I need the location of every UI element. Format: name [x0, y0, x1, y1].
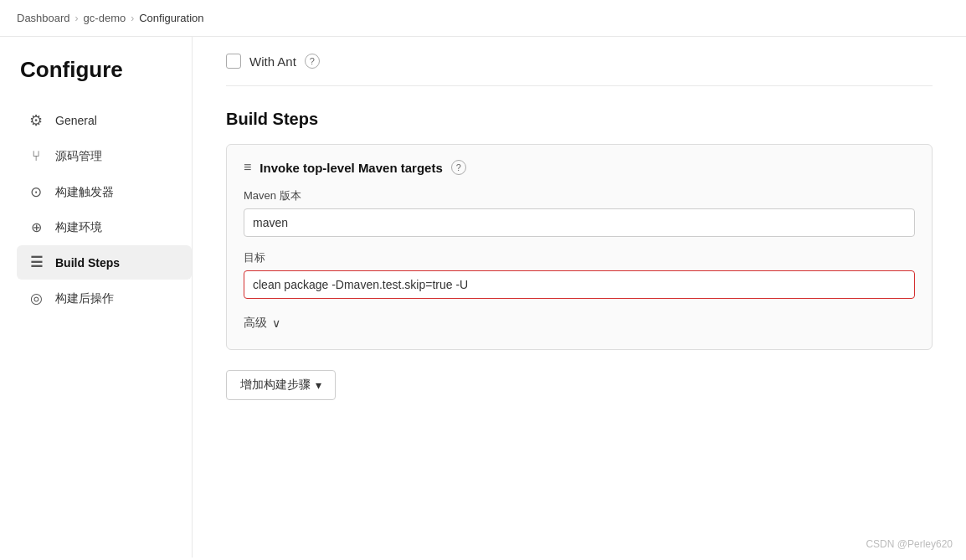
with-ant-label: With Ant [249, 54, 296, 69]
target-label: 目标 [244, 250, 915, 265]
target-input[interactable] [244, 270, 915, 299]
sidebar-item-build-steps[interactable]: ☰ Build Steps [17, 245, 192, 280]
sidebar-item-source[interactable]: ⑂ 源码管理 [17, 140, 192, 173]
sidebar-item-env[interactable]: ⊕ 构建环境 [17, 211, 192, 244]
build-steps-section: Build Steps ≡ Invoke top-level Maven tar… [226, 110, 933, 400]
sidebar: Configure ⚙ General ⑂ 源码管理 ⊙ 构建触发器 ⊕ 构建环… [0, 37, 193, 557]
watermark: CSDN @Perley620 [866, 538, 953, 550]
globe-icon: ⊕ [27, 219, 45, 235]
add-step-label: 增加构建步骤 [240, 378, 311, 393]
breadcrumb-sep-1: › [75, 13, 79, 24]
advanced-chevron-icon: ∨ [272, 316, 280, 330]
sidebar-item-label: 构建环境 [55, 220, 102, 235]
maven-version-input[interactable] [244, 208, 915, 237]
sidebar-item-post-build[interactable]: ◎ 构建后操作 [17, 281, 192, 316]
layout: Configure ⚙ General ⑂ 源码管理 ⊙ 构建触发器 ⊕ 构建环… [0, 37, 966, 557]
advanced-row[interactable]: 高级 ∨ [244, 312, 915, 334]
sidebar-item-general[interactable]: ⚙ General [17, 103, 192, 138]
add-step-chevron-icon: ▾ [316, 378, 321, 392]
with-ant-help[interactable]: ? [305, 54, 320, 69]
hamburger-icon: ≡ [244, 160, 251, 175]
step-card-title: Invoke top-level Maven targets [259, 161, 442, 175]
breadcrumb-sep-2: › [131, 13, 134, 24]
list-icon: ☰ [27, 254, 45, 271]
clock-icon: ⊙ [27, 183, 45, 201]
advanced-label: 高级 [244, 316, 267, 331]
breadcrumb-dashboard[interactable]: Dashboard [17, 12, 70, 24]
main-content: With Ant ? Build Steps ≡ Invoke top-leve… [193, 37, 966, 557]
sidebar-item-label: General [55, 114, 97, 127]
add-build-step-button[interactable]: 增加构建步骤 ▾ [226, 370, 336, 400]
breadcrumb: Dashboard › gc-demo › Configuration [0, 0, 966, 37]
gear-icon: ⚙ [27, 111, 45, 130]
breadcrumb-gc-demo[interactable]: gc-demo [84, 12, 126, 24]
step-card: ≡ Invoke top-level Maven targets ? Maven… [226, 144, 933, 350]
box-icon: ◎ [27, 290, 45, 307]
sidebar-item-label: 构建触发器 [55, 185, 114, 200]
sidebar-item-label: 源码管理 [55, 149, 102, 164]
build-steps-title: Build Steps [226, 110, 933, 129]
maven-version-label: Maven 版本 [244, 188, 915, 203]
step-help-icon[interactable]: ? [451, 160, 466, 175]
breadcrumb-configuration: Configuration [139, 12, 203, 24]
step-card-header: ≡ Invoke top-level Maven targets ? [244, 160, 915, 175]
with-ant-row: With Ant ? [226, 54, 933, 86]
sidebar-item-label: 构建后操作 [55, 291, 114, 306]
with-ant-checkbox[interactable] [226, 54, 241, 69]
sidebar-item-triggers[interactable]: ⊙ 构建触发器 [17, 175, 192, 209]
source-icon: ⑂ [27, 148, 45, 165]
sidebar-item-label: Build Steps [55, 256, 120, 270]
sidebar-title: Configure [17, 57, 192, 83]
